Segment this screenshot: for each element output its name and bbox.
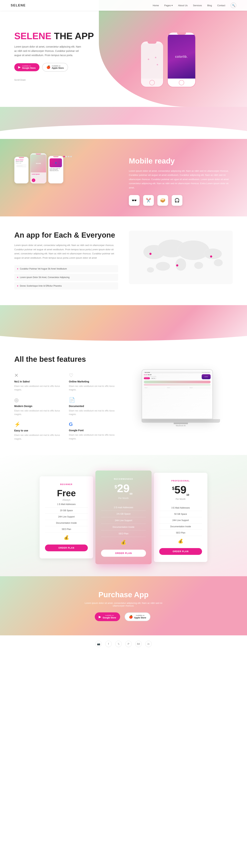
laptop-base — [141, 419, 220, 423]
nav-pages[interactable]: Pages ▾ — [164, 4, 172, 7]
map-svg — [143, 52, 161, 70]
pricing-beginner: BEGINNER Free Always 1 E-Mail Addresses … — [39, 476, 93, 558]
feature-documented: 📄 Documented Etiam nec odio vestibulum e… — [69, 397, 118, 416]
svg-point-10 — [147, 267, 154, 273]
no1-icon: ✕ — [14, 372, 63, 378]
purchase-buttons: ▶ Available on Google Store 🍎 Available … — [14, 612, 233, 621]
pricing-icon-professional: 💰 — [159, 539, 202, 544]
svg-point-6 — [204, 248, 222, 259]
features-title: All the best features — [14, 355, 118, 364]
search-button[interactable]: 🔍 — [230, 2, 236, 8]
social-instagram[interactable]: 📷 — [95, 641, 102, 647]
feature-google-font: G Google Font Etiam nec odio vestibulum … — [69, 422, 118, 441]
phone-main: colorlib. — [167, 32, 196, 87]
mobile-ready-desc: Lorem ipsum dolor sit amet, consectetur … — [129, 169, 233, 190]
feature-icon-1: 🕶️ — [129, 195, 140, 206]
feature-no1-sales: ✕ No1 in Sales! Etiam nec odio vestibulu… — [14, 372, 63, 392]
pricing-icon-recommended: 💰 — [101, 540, 146, 545]
purchase-google-button[interactable]: ▶ Available on Google Store — [95, 612, 120, 621]
svg-point-2 — [157, 64, 158, 65]
feature-modern-design: ◎ Modern Design Etiam nec odio vestibulu… — [14, 397, 63, 416]
social-linkedin[interactable]: in — [145, 641, 152, 647]
order-plan-recommended[interactable]: ORDER PLAN — [101, 550, 146, 557]
svg-point-11 — [214, 259, 223, 266]
hero-title: SELENE THE APP — [14, 31, 104, 41]
footer: 📷 f 𝕏 P Bē in — [0, 636, 247, 652]
mini-phone-2: SELENE Lorem ipsum + — [30, 153, 47, 183]
purchase-title: Purchase App — [14, 590, 233, 599]
apple-icon-2: 🍎 — [129, 615, 133, 619]
feature-online-marketing: ♡ Online Marketing Etiam nec odio vestib… — [69, 372, 118, 392]
svg-point-5 — [177, 241, 209, 260]
nav-about[interactable]: About Us — [178, 4, 188, 7]
social-facebook[interactable]: f — [105, 641, 112, 647]
wave-divider-2 — [0, 305, 247, 341]
world-map — [129, 231, 233, 284]
social-twitter[interactable]: 𝕏 — [115, 641, 122, 647]
wave-divider-1 — [0, 107, 247, 139]
everyone-right — [129, 231, 233, 291]
design-icon: ◎ — [14, 397, 63, 403]
svg-point-9 — [194, 262, 203, 269]
social-behance[interactable]: Bē — [135, 641, 142, 647]
everyone-title: An app for Each & Everyone — [14, 231, 118, 240]
nav-home[interactable]: Home — [153, 4, 159, 7]
google-store-button[interactable]: ▶ Available on Google Store — [14, 63, 39, 71]
purchase-apple-button[interactable]: 🍎 Available on Apple Store — [125, 612, 150, 621]
pricing-recommended: RECOMMENDED $2900 Per Month 2 E-mail Add… — [95, 471, 152, 564]
google-play-icon-2: ▶ — [99, 615, 101, 619]
mobile-ready-content: Mobile ready Lorem ipsum dolor sit amet,… — [129, 153, 233, 206]
svg-point-14 — [210, 255, 212, 257]
features-section: All the best features ✕ No1 in Sales! Et… — [0, 341, 247, 455]
scroll-down[interactable]: Scroll Down — [14, 79, 104, 81]
svg-point-0 — [148, 59, 149, 60]
hero-phones: colorlib. — [104, 25, 233, 87]
laptop-stand — [174, 423, 188, 424]
everyone-desc: Lorem ipsum dolor sit amet, consectetur … — [14, 243, 118, 260]
mobile-ready-title: Mobile ready — [129, 157, 233, 165]
nav-contact[interactable]: Contact — [217, 4, 225, 7]
feature-icon-2: ✂️ — [143, 195, 154, 206]
feature-icons: 🕶️ ✂️ 🥪 🎧 — [129, 195, 233, 206]
purchase-desc: Lorem ipsum dolor sit amet, consectetur … — [79, 602, 168, 607]
apple-icon: 🍎 — [47, 65, 50, 69]
pricing-icon-beginner: 💰 — [45, 535, 88, 540]
laptop-mockup: SELENE Home Pages About SELENE THE APP L… — [141, 369, 220, 427]
features-right: SELENE Home Pages About SELENE THE APP L… — [129, 369, 233, 427]
hero-buttons: ▶ Available on Google Store 🍎 Available … — [14, 63, 104, 72]
nav-blog[interactable]: Blog — [207, 4, 212, 7]
svg-point-13 — [176, 264, 178, 267]
laptop-brand-label: MacBook Air — [141, 425, 220, 427]
hero-description: Lorem ipsum dolor sit amet, consectetur … — [14, 45, 82, 57]
social-pinterest[interactable]: P — [125, 641, 132, 647]
everyone-left: An app for Each & Everyone Lorem ipsum d… — [14, 231, 118, 291]
laptop-screen: SELENE Home Pages About SELENE THE APP L… — [141, 369, 213, 419]
svg-point-7 — [156, 262, 170, 271]
mobile-ready-section: Not So Slow! Modern Design Easy to use S… — [0, 139, 247, 216]
hero-content: SELENE THE APP Lorem ipsum dolor sit ame… — [0, 14, 247, 98]
purchase-section: Purchase App Lorem ipsum dolor sit amet,… — [0, 576, 247, 636]
gfont-icon: G — [69, 422, 118, 427]
feature-list: Curabitur Pulvinar Vel Augue Sit Amet Ve… — [14, 265, 118, 289]
apple-store-button[interactable]: 🍎 Available on Apple Store — [42, 63, 68, 72]
feature-icon-4: 🎧 — [172, 195, 183, 206]
world-map-svg — [129, 231, 233, 284]
svg-point-12 — [149, 253, 152, 255]
pricing-professional: PROFESSIONAL $5910 Per Month 3 E-Mail Ad… — [154, 473, 208, 562]
nav-logo: SELENE — [11, 4, 26, 7]
feature-icon-3: 🥪 — [157, 195, 168, 206]
navigation: SELENE Home Pages ▾ About Us Services Bl… — [0, 0, 247, 11]
easy-icon: ⚡ — [14, 422, 63, 427]
order-plan-beginner[interactable]: ORDER PLAN — [45, 545, 88, 551]
hero-left: SELENE THE APP Lorem ipsum dolor sit ame… — [14, 31, 104, 81]
mini-phone-1: Not So Slow! Modern Design Easy to use — [14, 157, 29, 183]
feature-item-2: Lorem ipsum Dolor Sit Amet, Consectetur … — [14, 274, 118, 281]
pricing-cards: BEGINNER Free Always 1 E-Mail Addresses … — [14, 473, 233, 562]
nav-services[interactable]: Services — [193, 4, 202, 7]
doc-icon: 📄 — [69, 397, 118, 403]
order-plan-professional[interactable]: ORDER PLAN — [159, 548, 202, 555]
phone-side — [140, 41, 164, 87]
google-play-icon: ▶ — [18, 65, 21, 69]
carousel-dots — [63, 156, 72, 183]
svg-point-1 — [155, 57, 156, 58]
